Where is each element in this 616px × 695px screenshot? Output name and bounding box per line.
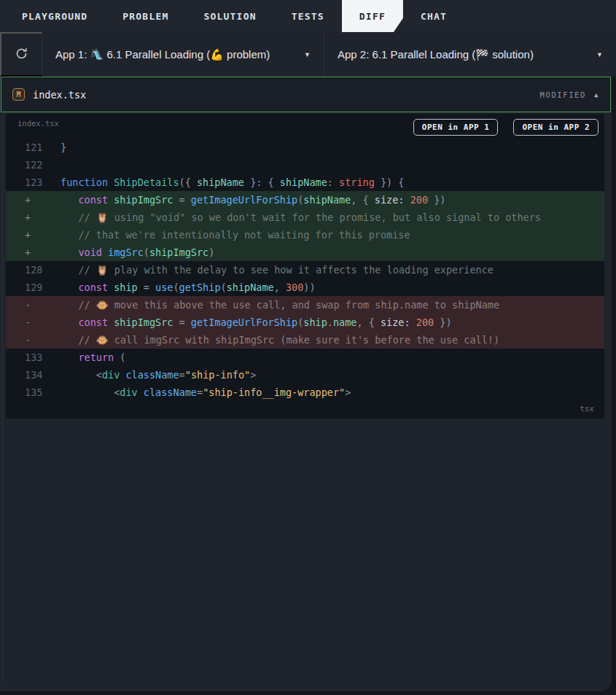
diff-panel: M index.tsx MODIFIED ▲ index.tsx OPEN in… [0,77,612,691]
chevron-down-icon: ▼ [596,51,603,58]
file-status-label: MODIFIED [540,90,586,99]
line-number: 122 [6,156,47,174]
nav-tab-chat[interactable]: CHAT [403,0,464,32]
left-rail-divider [2,117,3,684]
diff-marker: + [6,209,47,226]
code-lines: 121}122123function ShipDetails({ shipNam… [6,139,604,401]
line-number: 135 [6,384,47,401]
app1-dropdown[interactable]: App 1: 🛝 6.1 Parallel Loading (💪 problem… [42,32,324,77]
modified-badge-icon: M [12,88,25,101]
app-toolbar: App 1: 🛝 6.1 Parallel Loading (💪 problem… [0,32,616,77]
chevron-down-icon: ▼ [304,51,311,58]
file-header[interactable]: M index.tsx MODIFIED ▲ [1,77,611,112]
line-number: 128 [6,261,47,279]
nav-tab-playground[interactable]: PLAYGROUND [4,0,105,32]
nav-tab-solution[interactable]: SOLUTION [186,0,273,32]
code-line: - // 🐵 call imgSrc with shipImgSrc (make… [6,331,604,349]
diff-marker: - [6,331,47,349]
code-line: 134 <div className="ship-info"> [6,366,604,384]
code-line: + // that we're intentionally not waitin… [6,226,604,244]
rail-tick [0,648,4,648]
line-number: 134 [6,366,47,384]
diff-marker: + [6,226,47,244]
file-status: MODIFIED ▲ [540,90,599,99]
diff-marker: - [6,314,47,331]
app2-dropdown[interactable]: App 2: 6.1 Parallel Loading (🏁 solution)… [324,32,616,77]
refresh-button[interactable] [0,32,42,77]
nav-tabs: PLAYGROUNDPROBLEMSOLUTIONTESTSDIFFCHAT [4,0,464,32]
nav-tab-diff[interactable]: DIFF [342,0,403,32]
nav-tab-problem[interactable]: PROBLEM [105,0,186,32]
top-nav: PLAYGROUNDPROBLEMSOLUTIONTESTSDIFFCHAT [0,0,616,32]
code-diff-block: index.tsx OPEN in APP 1 OPEN in APP 2 12… [6,114,604,419]
code-line: 122 [6,156,604,174]
code-line: + const shipImgSrc = getImageUrlForShip(… [6,191,604,209]
code-line: - // 🐵 move this above the use call, and… [6,296,604,314]
open-in-app1-button[interactable]: OPEN in APP 1 [413,119,499,136]
code-line: + void imgSrc(shipImgSrc) [6,244,604,261]
code-line: 133 return ( [6,349,604,366]
code-line: 121} [6,139,604,156]
open-buttons: OPEN in APP 1 OPEN in APP 2 [413,119,599,136]
nav-tab-tests[interactable]: TESTS [274,0,342,32]
line-number: 129 [6,279,47,296]
code-line: 123function ShipDetails({ shipName }: { … [6,174,604,191]
line-number: 133 [6,349,47,366]
refresh-icon [15,47,28,63]
code-line: - const shipImgSrc = getImageUrlForShip(… [6,314,604,331]
diff-marker: - [6,296,47,314]
code-line: + // 🦉 using "void" so we don't wait for… [6,209,604,226]
line-number: 121 [6,139,47,156]
open-in-app2-button[interactable]: OPEN in APP 2 [513,119,599,136]
diff-marker: + [6,191,47,209]
collapse-icon[interactable]: ▲ [594,91,599,98]
app2-dropdown-label: App 2: 6.1 Parallel Loading (🏁 solution) [338,48,534,61]
code-filename-label: index.tsx [17,119,59,128]
diff-marker: + [6,244,47,261]
code-line: 128 // 🦉 play with the delay to see how … [6,261,604,279]
file-name: index.tsx [33,89,86,101]
code-line: 129 const ship = use(getShip(shipName, 3… [6,279,604,296]
line-number: 123 [6,174,47,191]
language-label: tsx [6,401,604,417]
code-line: 135 <div className="ship-info__img-wrapp… [6,384,604,401]
rail-tick [0,609,4,610]
app1-dropdown-label: App 1: 🛝 6.1 Parallel Loading (💪 problem… [55,48,270,61]
